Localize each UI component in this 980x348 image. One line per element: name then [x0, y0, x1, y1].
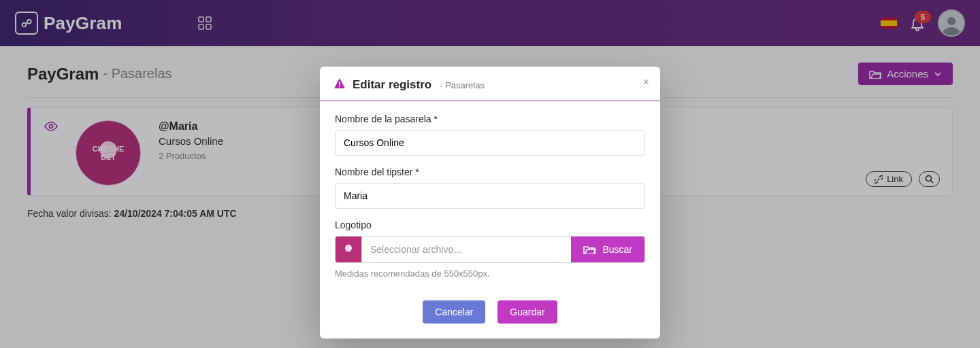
label-gateway-name: Nombre de la pasarela * — [335, 114, 645, 124]
modal-title: Editar registro — [353, 78, 431, 92]
svg-rect-10 — [339, 86, 340, 87]
svg-rect-9 — [339, 82, 340, 85]
modal-header: Editar registro Pasarelas × — [320, 67, 660, 101]
modal-close-button[interactable]: × — [643, 76, 649, 88]
field-gateway-name: Nombre de la pasarela * — [335, 114, 645, 156]
field-logo: Logotipo Seleccionar archivo... Buscar M… — [335, 220, 645, 235]
warning-icon — [333, 77, 346, 92]
field-tipster-name: Nombre del tipster * — [335, 167, 645, 209]
label-logo: Logotipo — [335, 220, 645, 230]
label-tipster-name: Nombre del tipster * — [335, 167, 645, 177]
input-gateway-name[interactable] — [335, 130, 645, 156]
modal-subtitle: Pasarelas — [440, 80, 485, 90]
edit-gateway-modal: Editar registro Pasarelas × Nombre de la… — [320, 67, 660, 235]
input-tipster-name[interactable] — [335, 183, 645, 209]
